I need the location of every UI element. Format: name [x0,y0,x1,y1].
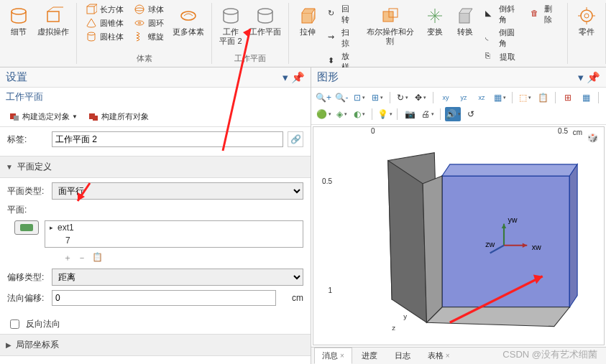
cylinder-button[interactable]: 圆柱体 [84,30,125,43]
cone-button[interactable]: 圆锥体 [84,17,125,29]
tab-log[interactable]: 日志 [387,347,418,364]
ruler-unit: cm [573,129,582,136]
select-icon[interactable]: ⬚ [517,90,533,105]
graphics-panel: 图形 ▾ 📌 🔍+ 🔍- ⊡ ⊞ ↻ ✥ xy yz xz ▦ ⬚ 📋 ⊞ ▦ … [311,67,606,364]
yz-view-icon[interactable]: yz [456,90,472,105]
render-icon[interactable]: 🟢 [316,107,331,121]
virtual-ops-button[interactable]: 虚拟操作 [35,3,72,62]
list-item[interactable]: ▸ext1 [45,221,303,234]
svg-marker-26 [427,307,570,327]
grid2-icon[interactable]: ▦ [578,90,594,105]
chamfer-icon: ◣ [485,9,496,20]
zoom-out-icon[interactable]: 🔍- [334,90,349,105]
rotate-icon[interactable]: ↻ [395,90,410,105]
selection-toggle[interactable] [14,220,39,235]
pan-icon[interactable]: ✥ [413,90,428,105]
torus-button[interactable]: 圆环 [132,17,165,29]
parts-icon [575,4,598,27]
revolve-button[interactable]: ↻回转 [326,3,357,26]
sound-icon[interactable]: 🔊 [445,107,461,121]
ribbon-group-primitives: 长方体 圆锥体 圆柱体 球体 圆环 螺旋 更多体素 体素 [77,3,212,64]
primitives-col1: 长方体 圆锥体 圆柱体 [81,3,128,52]
ruler-left: 0.5 1 [313,149,335,323]
loft-icon: ⬍ [328,56,339,67]
svg-marker-22 [388,161,427,323]
list-item[interactable]: 7 [45,234,303,247]
boolean-button[interactable]: 布尔操作和分割 [362,3,419,73]
fillet-icon: ◟ [485,32,496,44]
tab-messages[interactable]: 消息× [314,347,352,364]
svg-point-9 [224,9,238,14]
sphere-button[interactable]: 球体 [132,3,165,16]
extract-button[interactable]: ⎘提取 [484,50,522,63]
add-icon[interactable]: ＋ [63,252,72,264]
delete-button[interactable]: 🗑删除 [529,3,560,26]
svg-point-8 [181,11,196,20]
close-icon[interactable]: × [446,352,450,360]
pin-icon[interactable]: ▾ 📌 [283,71,305,84]
pin-icon[interactable]: ▾ 📌 [578,71,600,84]
settings-subtitle: 工作平面 [0,88,311,106]
more-label: 更多体素 [173,27,204,37]
y-axis-label: yw [508,215,517,224]
box-button[interactable]: 长方体 [84,3,125,16]
graphics-toolbar: 🔍+ 🔍- ⊡ ⊞ ↻ ✥ xy yz xz ▦ ⬚ 📋 ⊞ ▦ 🟢 ◈ ◐ 💡 [311,88,606,125]
offset-type-select[interactable]: 距离 [52,269,303,286]
ruler-top: 0 0.5 [342,127,597,140]
wireframe-icon[interactable]: ◈ [334,107,349,121]
zoom-box-icon[interactable]: ⊞ [369,90,385,105]
virtual-label: 虚拟操作 [37,27,69,37]
svg-text:z: z [392,324,395,332]
detail-label: 细节 [11,27,27,37]
viewport[interactable]: 0 0.5 cm 0.5 1 [313,126,605,345]
ops-small: ↻回转 ⇝扫掠 ⬍放样 [323,3,360,73]
paste-icon[interactable]: 📋 [92,252,103,264]
normal-offset-input[interactable] [52,290,276,306]
helix-icon [134,31,145,42]
camera-icon[interactable]: 📷 [402,107,418,121]
build-all-button[interactable]: 构建所有对象 [85,109,152,123]
light-icon[interactable]: 💡 [377,107,392,121]
clipboard-icon[interactable]: 📋 [535,90,551,105]
view-icon[interactable]: ▦ [492,90,508,105]
xy-view-icon[interactable]: xy [438,90,454,105]
zoom-in-icon[interactable]: 🔍+ [316,90,331,105]
sweep-button[interactable]: ⇝扫掠 [326,27,357,50]
plane-type-select[interactable]: 面平行 [52,182,303,200]
detail-button[interactable]: 细节 [4,3,33,62]
transform-button[interactable]: 变换 [421,3,449,73]
cylinder-icon [7,4,30,27]
transparency-icon[interactable]: ◐ [352,107,367,121]
chamfer-button[interactable]: ◣倒斜角 [484,3,522,26]
tab-progress[interactable]: 进度 [354,347,385,364]
workplane2-button[interactable]: 工作 平面 2 [216,3,245,52]
settings-title: 设置 [6,70,27,84]
face-list[interactable]: ▸ext1 7 [45,220,303,248]
plane-def-section[interactable]: ▼ 平面定义 [0,156,311,178]
helix-button[interactable]: 螺旋 [132,30,165,43]
fillet-button[interactable]: ◟倒圆角 [484,27,522,50]
unit-label: cm [280,293,303,303]
xz-view-icon[interactable]: xz [474,90,490,105]
parts-button[interactable]: 零件 [572,3,601,62]
view-cube-icon[interactable]: 🎲 [587,133,598,143]
list-toolbar: ＋ － 📋 [7,251,303,269]
build-selected-button[interactable]: 构建选定对象 ▼ [6,109,81,123]
print-icon[interactable]: 🖨 [420,107,436,121]
reverse-normal-checkbox[interactable] [10,319,19,329]
remove-icon[interactable]: － [78,252,86,264]
close-icon[interactable]: × [340,352,344,360]
extrude-button[interactable]: 拉伸 [293,3,322,73]
link-icon[interactable]: 🔗 [288,131,303,147]
graphics-header: 图形 ▾ 📌 [311,67,606,88]
zoom-extents-icon[interactable]: ⊡ [352,90,367,105]
workplane-button[interactable]: 工作平面 [247,3,284,52]
coords-section[interactable]: ▶ 局部坐标系 [0,334,311,356]
more-primitives-button[interactable]: 更多体素 [170,3,207,52]
tab-table[interactable]: 表格× [420,347,458,364]
workplane-icon [219,4,242,27]
grid-icon[interactable]: ⊞ [560,90,576,105]
convert-button[interactable]: 转换 [451,3,479,73]
label-input[interactable] [52,131,283,147]
reset-icon[interactable]: ↺ [463,107,479,121]
